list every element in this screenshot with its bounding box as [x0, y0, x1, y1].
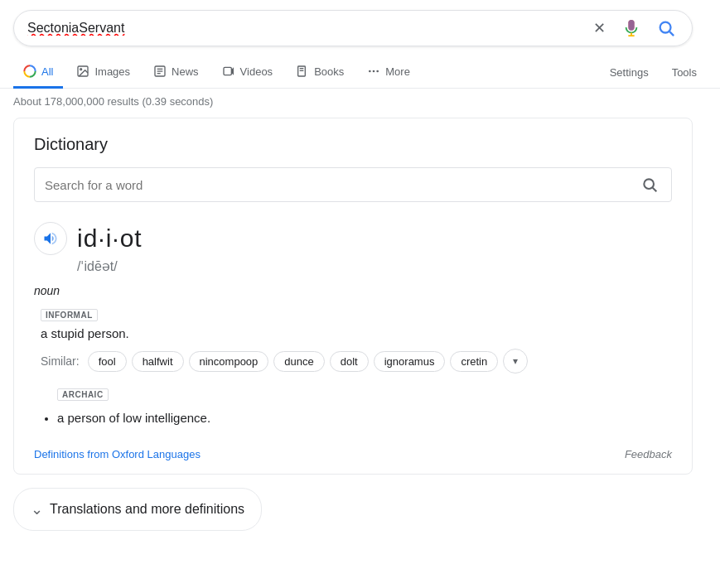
tools-link[interactable]: Tools	[662, 58, 707, 87]
definition-archaic: ARCHAIC a person of low intelligence.	[41, 387, 672, 425]
images-icon	[76, 65, 89, 78]
tools-label: Tools	[672, 66, 697, 79]
tab-news[interactable]: News	[143, 56, 209, 89]
google-colors-icon	[23, 65, 36, 78]
tab-books[interactable]: Books	[286, 56, 354, 89]
svg-point-2	[660, 22, 671, 33]
pronunciation: /ˈidēət/	[77, 258, 672, 274]
search-icon	[657, 19, 675, 37]
dict-footer: Definitions from Oxford Languages Feedba…	[34, 441, 672, 460]
svg-point-19	[644, 179, 654, 189]
tab-news-label: News	[172, 65, 199, 78]
tab-videos-label: Videos	[240, 65, 273, 78]
similar-chip-cretin[interactable]: cretin	[450, 351, 498, 372]
results-count: About 178,000,000 results (0.39 seconds)	[0, 89, 720, 118]
close-icon: ✕	[593, 19, 606, 37]
microphone-icon	[622, 19, 640, 37]
speaker-icon	[42, 230, 59, 247]
similar-chip-ignoramus[interactable]: ignoramus	[374, 351, 446, 372]
tab-all-label: All	[41, 65, 53, 78]
word-display: id·i·ot	[77, 224, 143, 253]
dict-search-button[interactable]	[638, 173, 661, 196]
similar-chip-fool[interactable]: fool	[88, 351, 127, 372]
settings-link[interactable]: Settings	[600, 58, 659, 87]
svg-rect-11	[224, 67, 231, 75]
informal-definition: a stupid person.	[41, 326, 129, 340]
informal-badge: INFORMAL	[41, 309, 98, 321]
similar-chip-dunce[interactable]: dunce	[273, 351, 324, 372]
tab-images-label: Images	[94, 65, 130, 78]
videos-icon	[222, 65, 235, 78]
translations-label: Translations and more definitions	[50, 502, 244, 517]
settings-label: Settings	[610, 66, 649, 79]
similar-row: Similar: fool halfwit nincompoop dunce d…	[41, 349, 672, 374]
svg-point-16	[369, 70, 371, 73]
oxford-credit[interactable]: Definitions from Oxford Languages	[34, 448, 201, 460]
similar-chip-dolt[interactable]: dolt	[330, 351, 369, 372]
search-bar: SectoniaServant ✕	[13, 10, 693, 46]
svg-point-6	[80, 69, 82, 70]
feedback-link[interactable]: Feedback	[625, 448, 672, 460]
search-bar-container: SectoniaServant ✕	[0, 0, 720, 56]
similar-chip-halfwit[interactable]: halfwit	[132, 351, 184, 372]
dictionary-card: Dictionary id·i·ot /ˈidēət/ noun INFORMA…	[13, 118, 693, 475]
svg-line-20	[653, 188, 657, 192]
tab-images[interactable]: Images	[66, 56, 140, 89]
voice-search-button[interactable]	[619, 16, 644, 41]
archaic-definition-text: a person of low intelligence.	[57, 411, 210, 425]
svg-point-17	[373, 70, 375, 73]
tab-videos[interactable]: Videos	[212, 56, 283, 89]
news-icon	[153, 65, 167, 78]
dict-search-input[interactable]	[45, 178, 638, 192]
tab-all[interactable]: All	[13, 56, 63, 89]
speaker-button[interactable]	[34, 222, 67, 255]
svg-point-18	[377, 70, 379, 73]
definition-informal: INFORMAL a stupid person. Similar: fool …	[41, 307, 672, 374]
tab-more-label: More	[385, 65, 410, 78]
more-dots-icon	[367, 65, 380, 78]
similar-label: Similar:	[41, 354, 80, 368]
archaic-badge: ARCHAIC	[57, 388, 109, 401]
results-count-text: About 178,000,000 results (0.39 seconds)	[13, 95, 213, 108]
search-button[interactable]	[654, 16, 679, 41]
search-input[interactable]: SectoniaServant	[27, 21, 590, 36]
books-icon	[296, 65, 309, 78]
translations-button[interactable]: ⌄ Translations and more definitions	[13, 488, 262, 531]
similar-expand-button[interactable]: ▾	[503, 349, 528, 374]
similar-chip-nincompoop[interactable]: nincompoop	[189, 351, 269, 372]
dict-search-box	[34, 167, 672, 202]
part-of-speech: noun	[34, 284, 672, 297]
tab-more[interactable]: More	[357, 56, 420, 89]
tab-books-label: Books	[314, 65, 344, 78]
dict-search-icon	[641, 176, 658, 193]
search-icons: ✕	[590, 16, 679, 41]
nav-settings: Settings Tools	[600, 58, 707, 86]
clear-button[interactable]: ✕	[590, 16, 609, 41]
svg-line-3	[669, 31, 674, 36]
word-header: id·i·ot	[34, 222, 672, 255]
chevron-down-icon: ⌄	[31, 500, 43, 518]
chevron-down-icon: ▾	[513, 355, 518, 367]
nav-tabs: All Images News Videos Books	[0, 56, 720, 89]
informal-definition-text: a stupid person.	[41, 326, 672, 340]
dictionary-title: Dictionary	[34, 135, 672, 154]
